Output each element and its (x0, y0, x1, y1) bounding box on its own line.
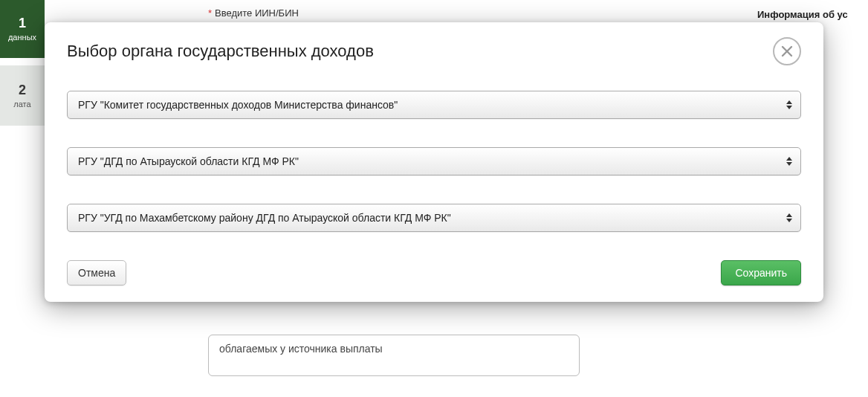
modal-header: Выбор органа государственных доходов (67, 42, 801, 65)
modal-title: Выбор органа государственных доходов (67, 42, 374, 61)
steps-sidebar: 1 данных 2 лата (0, 0, 45, 126)
select-authority-modal: Выбор органа государственных доходов РГУ… (45, 22, 823, 302)
select-level-2[interactable]: РГУ "ДГД по Атырауской области КГД МФ РК… (67, 147, 801, 175)
step-2-label: лата (13, 100, 30, 109)
step-1[interactable]: 1 данных (0, 0, 45, 58)
select-level-2-value: РГУ "ДГД по Атырауской области КГД МФ РК… (78, 155, 299, 167)
iin-label-text: Введите ИИН/БИН (215, 7, 299, 19)
bottom-box-text: облагаемых у источника выплаты (219, 343, 383, 355)
modal-footer: Отмена Сохранить (67, 260, 801, 285)
step-2-number: 2 (3, 82, 42, 99)
step-1-label: данных (8, 33, 36, 42)
select-level-1-value: РГУ "Комитет государственных доходов Мин… (78, 99, 398, 111)
cancel-button[interactable]: Отмена (67, 260, 126, 285)
select-level-1-wrap: РГУ "Комитет государственных доходов Мин… (67, 91, 801, 119)
close-button[interactable] (773, 37, 801, 65)
select-level-2-wrap: РГУ "ДГД по Атырауской области КГД МФ РК… (67, 147, 801, 175)
bottom-box: облагаемых у источника выплаты (208, 335, 580, 376)
step-1-number: 1 (3, 15, 42, 32)
iin-label: *Введите ИИН/БИН (208, 7, 299, 19)
select-level-1[interactable]: РГУ "Комитет государственных доходов Мин… (67, 91, 801, 119)
select-level-3[interactable]: РГУ "УГД по Махамбетскому району ДГД по … (67, 204, 801, 232)
close-icon (781, 45, 793, 57)
required-asterisk: * (208, 7, 212, 19)
select-level-3-value: РГУ "УГД по Махамбетскому району ДГД по … (78, 212, 451, 224)
select-level-3-wrap: РГУ "УГД по Махамбетскому району ДГД по … (67, 204, 801, 232)
info-panel-heading: Информация об ус (757, 7, 864, 22)
step-2[interactable]: 2 лата (0, 65, 45, 126)
save-button[interactable]: Сохранить (721, 260, 801, 285)
